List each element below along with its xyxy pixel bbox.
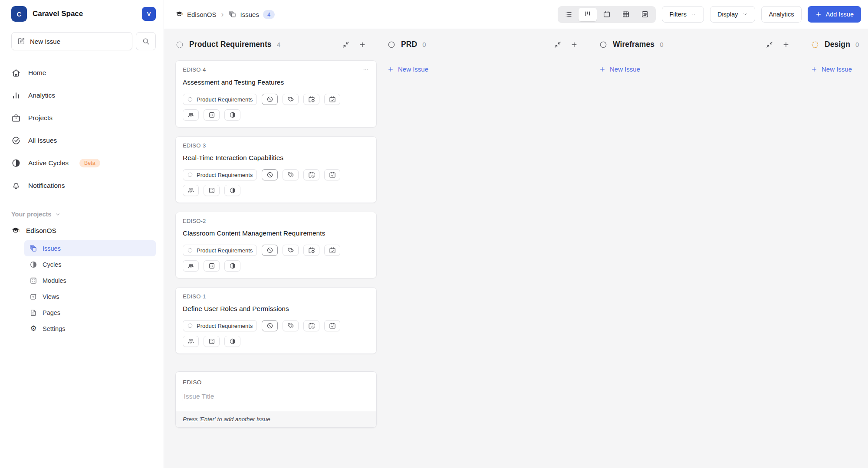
file-text-icon <box>30 309 37 317</box>
workspace-name[interactable]: Caravel Space <box>33 10 83 18</box>
due-date-pill[interactable] <box>324 320 340 331</box>
collapse-column-button[interactable] <box>766 41 773 49</box>
cycle-pill[interactable] <box>224 260 240 272</box>
analytics-button[interactable]: Analytics <box>761 6 801 23</box>
sidebar-item-analytics[interactable]: Analytics <box>11 84 156 107</box>
collapse-column-button[interactable] <box>342 41 350 49</box>
priority-pill[interactable] <box>262 169 278 180</box>
project-row-edisonos[interactable]: EdisonOS <box>11 226 156 235</box>
nav-label: Analytics <box>28 92 55 99</box>
tags-icon <box>287 322 294 329</box>
project-item-cycles[interactable]: Cycles <box>24 256 156 272</box>
issue-card[interactable]: EDISO-3 Real-Time Interaction Capabiliti… <box>175 136 377 203</box>
sidebar-item-home[interactable]: Home <box>11 62 156 84</box>
calendar-clock-icon <box>308 322 315 329</box>
add-issue-button[interactable]: Add Issue <box>808 6 861 23</box>
your-projects-label: Your projects <box>11 211 51 218</box>
search-button[interactable] <box>136 32 156 50</box>
spreadsheet-view-button[interactable] <box>617 8 635 21</box>
issue-id: EDISO-2 <box>183 218 206 224</box>
state-pill[interactable]: Product Requirements <box>183 245 257 256</box>
start-date-pill[interactable] <box>303 169 319 180</box>
assignee-pill[interactable] <box>183 336 199 347</box>
cycle-pill[interactable] <box>224 336 240 347</box>
column-count: 0 <box>660 41 663 48</box>
user-avatar[interactable]: V <box>142 7 156 21</box>
beta-badge: Beta <box>79 159 100 167</box>
gantt-view-button[interactable] <box>636 8 654 21</box>
add-card-button[interactable] <box>782 41 790 49</box>
new-issue-label: New Issue <box>30 38 60 45</box>
sidebar-item-all-issues[interactable]: All Issues <box>11 129 156 152</box>
briefcase-icon <box>11 113 21 123</box>
sidebar-item-active-cycles[interactable]: Active Cycles Beta <box>11 152 156 174</box>
issue-card[interactable]: EDISO-4 Assessment and Testing Features … <box>175 60 377 128</box>
breadcrumb-section[interactable]: Issues <box>240 11 259 18</box>
state-pill[interactable]: Product Requirements <box>183 320 257 331</box>
state-pill[interactable]: Product Requirements <box>183 169 257 180</box>
ban-icon <box>266 96 273 103</box>
kanban-view-button[interactable] <box>579 8 597 21</box>
issue-title: Assessment and Testing Features <box>183 79 369 86</box>
breadcrumb: EdisonOS › Issues 4 <box>175 10 275 19</box>
filters-button[interactable]: Filters <box>662 6 704 23</box>
project-name: EdisonOS <box>26 227 56 235</box>
calendar-check-icon <box>329 247 336 254</box>
display-button[interactable]: Display <box>710 6 756 23</box>
list-view-button[interactable] <box>559 8 578 21</box>
card-menu-button[interactable] <box>362 66 369 73</box>
assignee-pill[interactable] <box>183 260 199 272</box>
quick-add-id-prefix: EDISO <box>183 379 369 386</box>
new-issue-link[interactable]: New Issue <box>387 65 589 73</box>
priority-pill[interactable] <box>262 94 278 105</box>
start-date-pill[interactable] <box>303 245 319 256</box>
state-pill[interactable]: Product Requirements <box>183 94 257 105</box>
add-card-button[interactable] <box>570 41 578 49</box>
labels-pill[interactable] <box>283 169 299 180</box>
issue-card[interactable]: EDISO-2 Classroom Content Management Req… <box>175 212 377 278</box>
new-issue-link[interactable]: New Issue <box>599 65 800 73</box>
due-date-pill[interactable] <box>324 245 340 256</box>
project-item-settings[interactable]: ⚙ Settings <box>24 321 156 337</box>
due-date-pill[interactable] <box>324 169 340 180</box>
module-pill[interactable] <box>204 185 220 196</box>
topbar: EdisonOS › Issues 4 Filters <box>164 0 868 29</box>
project-item-pages[interactable]: Pages <box>24 304 156 321</box>
assignee-pill[interactable] <box>183 185 199 196</box>
workspace-logo[interactable]: C <box>11 6 27 22</box>
sidebar-item-projects[interactable]: Projects <box>11 107 156 129</box>
sidebar-item-notifications[interactable]: Notifications <box>11 174 156 197</box>
your-projects-header[interactable]: Your projects <box>11 211 156 218</box>
module-pill[interactable] <box>204 336 220 347</box>
start-date-pill[interactable] <box>303 94 319 105</box>
add-card-button[interactable] <box>358 41 366 49</box>
breadcrumb-project[interactable]: EdisonOS <box>187 11 217 18</box>
issue-title: Classroom Content Management Requirement… <box>183 229 369 237</box>
calendar-view-button[interactable] <box>598 8 616 21</box>
project-item-views[interactable]: Views <box>24 288 156 304</box>
module-pill[interactable] <box>204 109 220 121</box>
quick-add-issue-card: EDISO Press 'Enter' to add another issue <box>175 371 377 428</box>
labels-pill[interactable] <box>283 320 299 331</box>
labels-pill[interactable] <box>283 94 299 105</box>
cycle-pill[interactable] <box>224 185 240 196</box>
project-item-modules[interactable]: Modules <box>24 272 156 288</box>
assignee-pill[interactable] <box>183 109 199 121</box>
sidebar: C Caravel Space V New Issue Home <box>0 0 164 468</box>
new-issue-button[interactable]: New Issue <box>11 32 132 50</box>
collapse-column-button[interactable] <box>554 41 562 49</box>
issue-title-input[interactable] <box>184 393 369 400</box>
project-item-issues[interactable]: Issues <box>24 240 156 256</box>
new-issue-link[interactable]: New Issue <box>811 65 868 73</box>
unstarted-state-icon <box>599 40 608 49</box>
priority-pill[interactable] <box>262 320 278 331</box>
due-date-pill[interactable] <box>324 94 340 105</box>
start-date-pill[interactable] <box>303 320 319 331</box>
module-pill[interactable] <box>204 260 220 272</box>
topbar-actions: Filters Display Analytics Add Issue <box>558 6 861 23</box>
labels-pill[interactable] <box>283 245 299 256</box>
cycle-pill[interactable] <box>224 109 240 121</box>
issue-card[interactable]: EDISO-1 Define User Roles and Permission… <box>175 287 377 354</box>
issue-id: EDISO-3 <box>183 142 206 149</box>
priority-pill[interactable] <box>262 245 278 256</box>
